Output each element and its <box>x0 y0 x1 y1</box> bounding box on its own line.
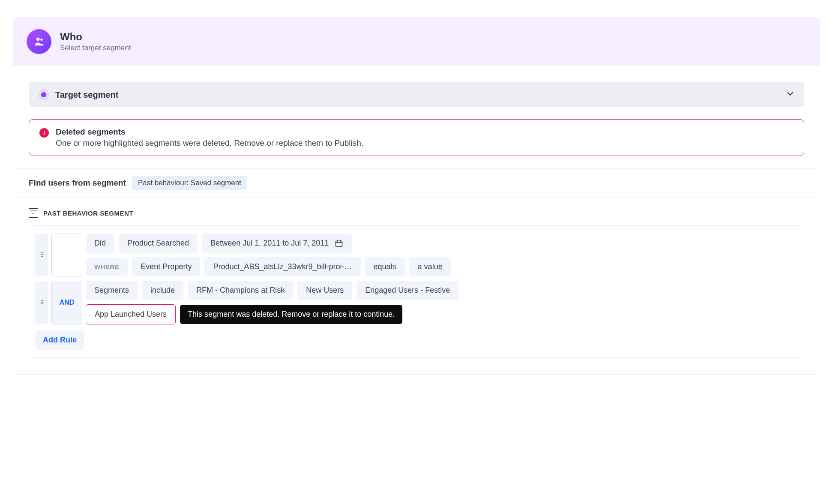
segment-chip[interactable]: New Users <box>297 281 352 300</box>
include-chip[interactable]: include <box>142 281 183 300</box>
svg-rect-2 <box>336 241 342 246</box>
where-chip[interactable]: WHERE <box>86 258 128 276</box>
svg-point-1 <box>40 39 42 41</box>
connector-placeholder <box>51 234 82 276</box>
past-behavior-icon <box>29 208 38 218</box>
calendar-icon <box>335 239 343 248</box>
operator-chip[interactable]: equals <box>365 257 405 276</box>
section-dot-icon <box>38 89 49 100</box>
alert-body: One or more highlighted segments were de… <box>56 138 363 148</box>
people-icon <box>27 29 51 54</box>
value-chip[interactable]: a value <box>409 257 451 276</box>
property-name-chip[interactable]: Product_ABS_alsLlz_33wkr9_bill-proi-… <box>204 257 360 276</box>
segment-chip[interactable]: Engaged Users - Festive <box>357 281 458 300</box>
deleted-segments-alert: ! Deleted segments One or more highlight… <box>29 119 804 156</box>
past-behavior-header: PAST BEHAVIOR SEGMENT <box>29 208 804 218</box>
alert-icon: ! <box>39 128 49 138</box>
drag-handle-icon[interactable]: ⠿ <box>35 281 48 324</box>
card-body: Target segment ! Deleted segments One or… <box>13 66 820 375</box>
header-subtitle: Select target segment <box>60 44 131 52</box>
divider <box>13 198 820 198</box>
segment-type-pill[interactable]: Past behaviour: Saved segment <box>132 176 247 190</box>
date-range-text: Between Jul 1, 2011 to Jul 7, 2011 <box>210 239 329 248</box>
property-type-chip[interactable]: Event Property <box>132 257 200 276</box>
svg-point-0 <box>36 37 39 40</box>
find-users-row: Find users from segment Past behaviour: … <box>29 168 804 198</box>
event-chip[interactable]: Product Searched <box>119 234 198 253</box>
section-title: Target segment <box>55 90 118 100</box>
and-connector[interactable]: AND <box>51 281 82 324</box>
drag-handle-icon[interactable]: ⠿ <box>35 234 48 276</box>
rule-block: ⠿ AND Segments include RFM - Champions a… <box>35 281 798 324</box>
deleted-segment-tooltip: This segment was deleted. Remove or repl… <box>180 305 402 324</box>
target-segment-bar[interactable]: Target segment <box>29 82 804 107</box>
past-behavior-title: PAST BEHAVIOR SEGMENT <box>43 210 133 217</box>
segments-chip[interactable]: Segments <box>86 281 138 300</box>
rule-block: ⠿ Did Product Searched Between Jul 1, 20… <box>35 234 798 276</box>
date-range-chip[interactable]: Between Jul 1, 2011 to Jul 7, 2011 <box>202 234 352 253</box>
alert-title: Deleted segments <box>56 127 363 137</box>
did-chip[interactable]: Did <box>86 234 114 253</box>
rule-builder: ⠿ Did Product Searched Between Jul 1, 20… <box>29 225 804 358</box>
segment-chip[interactable]: RFM - Champions at Risk <box>188 281 293 300</box>
add-rule-button[interactable]: Add Rule <box>35 330 84 350</box>
chevron-down-icon[interactable] <box>785 89 795 100</box>
header-title: Who <box>60 31 131 43</box>
deleted-segment-chip[interactable]: App Launched Users <box>86 304 176 324</box>
find-users-label: Find users from segment <box>29 178 126 188</box>
who-header: Who Select target segment <box>13 17 820 66</box>
